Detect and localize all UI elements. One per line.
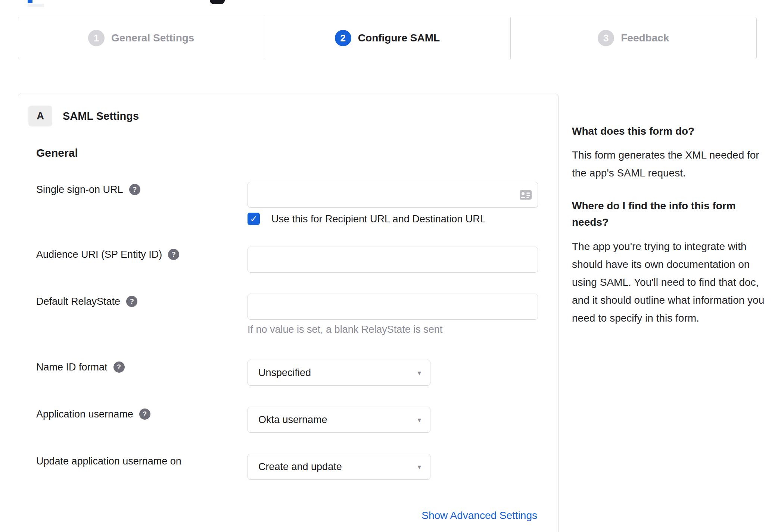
sso-url-label: Single sign-on URL xyxy=(36,183,123,196)
use-for-recipient-destination-checkbox[interactable]: ✓ xyxy=(248,213,260,225)
app-username-label-row: Application username ? xyxy=(36,408,150,420)
show-advanced-settings-link[interactable]: Show Advanced Settings xyxy=(421,510,537,522)
update-app-username-label-row: Update application username on xyxy=(36,455,181,467)
general-section-heading: General xyxy=(36,147,78,159)
step-2-number-badge: 2 xyxy=(335,30,351,46)
help-sidebar: What does this form do? This form genera… xyxy=(572,0,768,532)
update-app-username-dropdown[interactable]: Create and update ▾ xyxy=(248,454,430,480)
nameid-format-selected-value: Unspecified xyxy=(258,367,311,379)
app-username-selected-value: Okta username xyxy=(258,414,327,426)
relaystate-help-icon[interactable]: ? xyxy=(126,296,137,307)
update-app-username-selected-value: Create and update xyxy=(258,461,342,473)
relaystate-hint: If no value is set, a blank RelayState i… xyxy=(248,324,442,335)
update-app-username-label: Update application username on xyxy=(36,455,181,467)
saml-settings-panel: A SAML Settings General Single sign-on U… xyxy=(18,94,558,532)
step-1-label: General Settings xyxy=(111,32,195,44)
nameid-format-help-icon[interactable]: ? xyxy=(113,362,125,373)
sso-url-input[interactable] xyxy=(248,182,538,208)
relaystate-label: Default RelayState xyxy=(36,295,120,308)
sidebar-answer-2: The app you're trying to integrate with … xyxy=(572,238,766,327)
step-2-label: Configure SAML xyxy=(358,32,440,44)
step-general-settings[interactable]: 1 General Settings xyxy=(18,17,264,59)
section-a-badge: A xyxy=(28,106,52,126)
chevron-down-icon: ▾ xyxy=(417,463,421,471)
audience-uri-label-row: Audience URI (SP Entity ID) ? xyxy=(36,248,179,261)
chevron-down-icon: ▾ xyxy=(417,369,421,377)
contact-card-icon xyxy=(519,190,532,200)
sidebar-question-1: What does this form do? xyxy=(572,123,762,140)
chevron-down-icon: ▾ xyxy=(417,416,421,424)
nameid-format-dropdown[interactable]: Unspecified ▾ xyxy=(248,360,430,386)
audience-uri-input[interactable] xyxy=(248,247,538,273)
relaystate-input[interactable] xyxy=(248,294,538,320)
app-username-help-icon[interactable]: ? xyxy=(139,409,150,420)
step-configure-saml[interactable]: 2 Configure SAML xyxy=(264,17,510,59)
app-username-dropdown[interactable]: Okta username ▾ xyxy=(248,407,430,433)
sso-url-label-row: Single sign-on URL ? xyxy=(36,183,140,196)
cutoff-dark-logo-fragment xyxy=(210,0,225,4)
relaystate-label-row: Default RelayState ? xyxy=(36,295,137,308)
sidebar-answer-1: This form generates the XML needed for t… xyxy=(572,146,766,182)
app-username-label: Application username xyxy=(36,408,133,420)
step-1-number-badge: 1 xyxy=(88,30,105,46)
sidebar-question-2: Where do I find the info this form needs… xyxy=(572,198,762,231)
cutoff-faint-fragment xyxy=(28,4,44,7)
sso-url-help-icon[interactable]: ? xyxy=(129,184,140,195)
checkbox-checkmark-icon: ✓ xyxy=(250,214,257,224)
nameid-format-label: Name ID format xyxy=(36,361,108,373)
audience-uri-label: Audience URI (SP Entity ID) xyxy=(36,248,162,261)
cutoff-blue-tab-fragment xyxy=(28,0,32,3)
use-for-recipient-destination-label: Use this for Recipient URL and Destinati… xyxy=(271,213,486,225)
audience-uri-help-icon[interactable]: ? xyxy=(168,249,179,260)
nameid-format-label-row: Name ID format ? xyxy=(36,361,125,373)
panel-title: SAML Settings xyxy=(63,110,139,122)
